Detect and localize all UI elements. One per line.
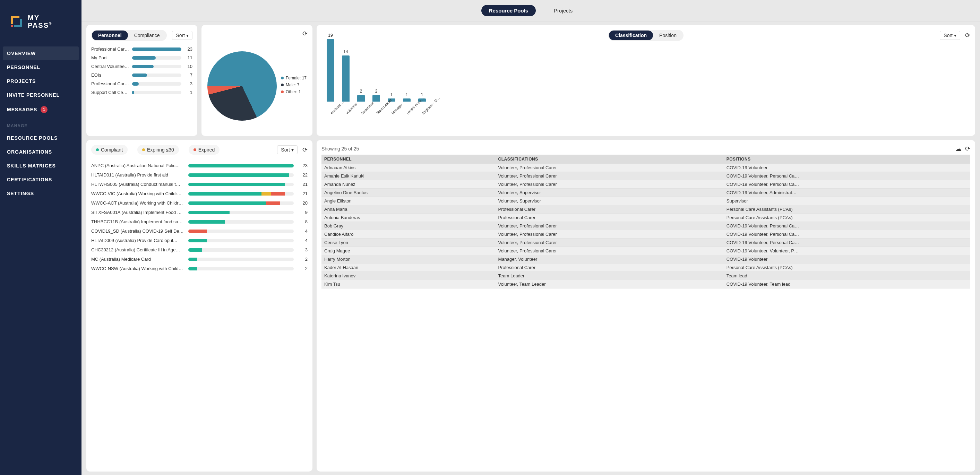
table-row[interactable]: Angelino Dine SantosVolunteer, Superviso…	[321, 189, 970, 197]
nav-skills-matrices[interactable]: SKILLS MATRICES	[0, 159, 81, 173]
legend-expired: Expired	[189, 145, 220, 155]
pool-value: 11	[184, 55, 192, 60]
card-personnel-table: Showing 25 of 25 ☁ ⟳ PERSONNELCLASSIFICA…	[317, 140, 975, 472]
nav-personnel[interactable]: PERSONNEL	[0, 60, 81, 74]
refresh-icon[interactable]: ⟳	[302, 30, 308, 37]
badge: 1	[41, 106, 48, 113]
nav-projects[interactable]: PROJECTS	[0, 74, 81, 88]
bar-col: 2Supervisor	[355, 89, 366, 114]
compliance-row[interactable]: WWCC-ACT (Australia) Working with Childr…	[91, 198, 308, 208]
table-row[interactable]: Bob GrayVolunteer, Professional CarerCOV…	[321, 222, 970, 230]
card-compliance: Compliant Expiring ≤30 Expired Sort▾ ⟳ A…	[86, 140, 312, 472]
chevron-down-icon: ▾	[291, 147, 294, 153]
pool-value: 7	[184, 73, 192, 78]
nav-messages[interactable]: MESSAGES1	[0, 102, 81, 117]
pool-label: Central Voluntee…	[91, 64, 129, 69]
card-classification: ClassificationPosition Sort▾ ⟳ 19essiona…	[317, 25, 975, 136]
legend-item: Other: 1	[281, 89, 307, 94]
svg-rect-3	[20, 19, 22, 27]
compliance-row[interactable]: HLTAID009 (Australia) Provide Cardiopul……	[91, 236, 308, 245]
pool-value: 10	[184, 64, 192, 69]
nav-settings[interactable]: SETTINGS	[0, 186, 81, 200]
toggle-classification[interactable]: Classification	[609, 30, 653, 40]
nav-section-manage: MANAGE	[0, 117, 81, 131]
logo-text: MY PASS®	[28, 14, 52, 29]
pool-value: 23	[184, 46, 192, 52]
toggle-personnel[interactable]: Personnel	[92, 30, 128, 40]
toggle-position[interactable]: Position	[653, 30, 683, 40]
pool-label: Professional Car…	[91, 46, 129, 52]
pie-chart	[207, 51, 277, 121]
personnel-table: PERSONNELCLASSIFICATIONSPOSITIONS Adnaaa…	[321, 155, 970, 289]
nav-resource-pools[interactable]: RESOURCE POOLS	[0, 131, 81, 145]
nav-certifications[interactable]: CERTIFICATIONS	[0, 173, 81, 186]
card-gender: ⟳ Female: 17Male: 7Other: 1	[202, 25, 312, 136]
table-row[interactable]: Candice AlfaroVolunteer, Professional Ca…	[321, 230, 970, 238]
pool-value: 3	[184, 81, 192, 86]
showing-count: Showing 25 of 25	[321, 146, 359, 151]
pool-row[interactable]: Professional Car…3	[91, 81, 192, 86]
pool-row[interactable]: Support Call Ce…1	[91, 90, 192, 95]
table-row[interactable]: Kim TsuVolunteer, Team LeaderCOVID-19 Vo…	[321, 280, 970, 289]
pool-label: Professional Car…	[91, 81, 129, 86]
toggle-compliance[interactable]: Compliance	[128, 30, 166, 40]
table-row[interactable]: Katerina IvanovTeam LeaderTeam lead	[321, 272, 970, 280]
bar-col: 19essional …	[325, 33, 336, 114]
tab-resource-pools[interactable]: Resource Pools	[481, 5, 536, 16]
pool-value: 1	[184, 90, 192, 95]
sidebar: MY PASS® OVERVIEWPERSONNELPROJECTSINVITE…	[0, 0, 81, 475]
table-row[interactable]: Angie EllistonVolunteer, SupervisorSuper…	[321, 197, 970, 205]
pool-label: Support Call Ce…	[91, 90, 129, 95]
logo-icon	[10, 14, 24, 29]
svg-rect-1	[11, 16, 13, 24]
sort-button[interactable]: Sort▾	[172, 31, 192, 40]
table-row[interactable]: Harry MortonManager, VolunteerCOVID-19 V…	[321, 255, 970, 264]
compliance-row[interactable]: WWCC-VIC (Australia) Working with Childr…	[91, 189, 308, 198]
table-row[interactable]: Craig MageeVolunteer, Professional Carer…	[321, 247, 970, 255]
pool-label: My Pool	[91, 55, 129, 60]
legend-item: Male: 7	[281, 83, 307, 87]
sort-button[interactable]: Sort▾	[940, 31, 960, 40]
compliance-row[interactable]: THHBCC11B (Australia) Implement food sa……	[91, 217, 308, 226]
pool-label: EOIs	[91, 73, 129, 78]
compliance-row[interactable]: CHC30212 (Australia) Certificate III in …	[91, 245, 308, 254]
table-row[interactable]: Antonia BanderasProfessional CarerPerson…	[321, 214, 970, 222]
compliance-row[interactable]: COVID19_SD (Australia) COVID-19 Self De……	[91, 226, 308, 236]
col-personnel[interactable]: PERSONNEL	[321, 155, 496, 164]
table-row[interactable]: Kader Al-HasaanProfessional CarerPersona…	[321, 264, 970, 272]
pool-row[interactable]: EOIs7	[91, 73, 192, 78]
refresh-icon[interactable]: ⟳	[965, 32, 970, 39]
legend-expiring: Expiring ≤30	[137, 145, 179, 155]
compliance-row[interactable]: WWCC-NSW (Australia) Working with Child……	[91, 264, 308, 273]
compliance-row[interactable]: HLTAID011 (Australia) Provide first aid2…	[91, 170, 308, 180]
nav-organisations[interactable]: ORGANISATIONS	[0, 145, 81, 159]
compliance-row[interactable]: SITXFSA001A (Australia) Implement Food ……	[91, 208, 308, 217]
nav-invite-personnel[interactable]: INVITE PERSONNEL	[0, 88, 81, 102]
refresh-icon[interactable]: ⟳	[965, 145, 970, 153]
col-positions[interactable]: POSITIONS	[724, 155, 970, 164]
download-icon[interactable]: ☁	[955, 145, 962, 153]
logo: MY PASS®	[0, 14, 81, 46]
pool-row[interactable]: Professional Car…23	[91, 46, 192, 52]
chevron-down-icon: ▾	[186, 33, 189, 38]
table-row[interactable]: Amahle Esik KariukiVolunteer, Profession…	[321, 172, 970, 180]
legend-item: Female: 17	[281, 76, 307, 81]
topbar: Resource PoolsProjects	[81, 0, 980, 22]
pool-row[interactable]: My Pool11	[91, 55, 192, 60]
table-row[interactable]: Adnaaan AtkinsVolunteer, Professional Ca…	[321, 164, 970, 172]
nav-overview[interactable]: OVERVIEW	[3, 46, 79, 60]
refresh-icon[interactable]: ⟳	[302, 146, 308, 154]
card-personnel-pools: PersonnelCompliance Sort▾ Professional C…	[86, 25, 197, 136]
bar-col: 1Health Profe…	[401, 92, 412, 114]
compliance-row[interactable]: HLTWHS005 (Australia) Conduct manual t…2…	[91, 180, 308, 189]
table-row[interactable]: Amanda NuñezVolunteer, Professional Care…	[321, 180, 970, 189]
pool-row[interactable]: Central Voluntee…10	[91, 64, 192, 69]
compliance-row[interactable]: MC (Australia) Medicare Card2	[91, 254, 308, 264]
table-row[interactable]: Cerise LyonVolunteer, Professional Carer…	[321, 238, 970, 247]
table-row[interactable]: Anna MariaProfessional CarerPersonal Car…	[321, 205, 970, 214]
svg-rect-4	[11, 25, 13, 27]
sort-button[interactable]: Sort▾	[277, 145, 298, 154]
compliance-row[interactable]: ANPC (Australia) Australian National Pol…	[91, 161, 308, 170]
col-classifications[interactable]: CLASSIFICATIONS	[496, 155, 724, 164]
tab-projects[interactable]: Projects	[546, 5, 580, 16]
